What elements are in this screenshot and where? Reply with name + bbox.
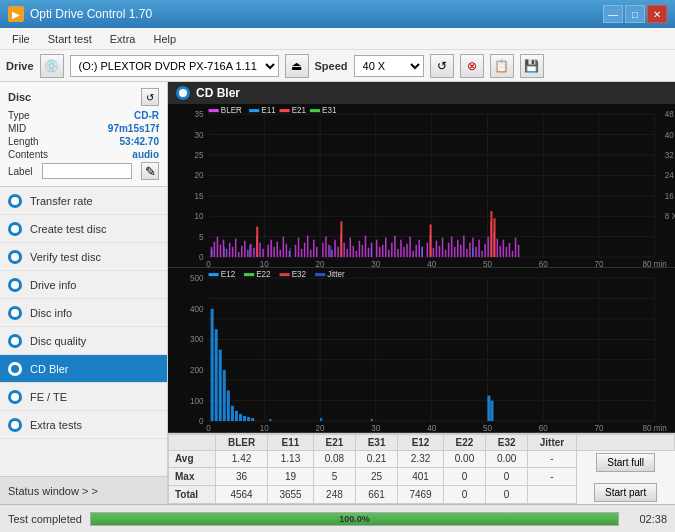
svg-rect-97 [391,243,393,257]
menu-start-test[interactable]: Start test [40,31,100,47]
row-max-e21: 5 [313,468,355,486]
svg-rect-102 [406,244,408,257]
svg-rect-53 [247,250,249,257]
svg-rect-55 [253,248,255,257]
sidebar-item-fe-te[interactable]: FE / TE [0,383,167,411]
svg-text:5: 5 [199,233,204,242]
svg-text:70: 70 [594,260,603,267]
refresh-button[interactable]: ↺ [430,54,454,78]
svg-rect-87 [359,241,361,257]
svg-rect-192 [211,309,214,421]
sidebar-item-disc-info[interactable]: Disc info [0,299,167,327]
label-input[interactable] [42,163,132,179]
svg-rect-118 [457,240,459,257]
speed-select[interactable]: 40 X [354,55,424,77]
chart-area: 35 30 25 20 15 10 5 0 48 X 40 X 32 X [168,104,675,433]
row-total-jitter [528,486,577,504]
svg-rect-206 [487,396,490,422]
svg-rect-90 [368,248,370,257]
status-text: Test completed [8,513,82,525]
nav-icon-transfer-rate [8,194,22,208]
svg-rect-115 [448,243,450,257]
save-button[interactable]: 💾 [520,54,544,78]
svg-rect-203 [269,419,271,421]
menu-help[interactable]: Help [145,31,184,47]
svg-rect-124 [475,247,477,257]
row-max-e12: 401 [398,468,444,486]
row-max-e31: 25 [356,468,398,486]
drive-icon-btn[interactable]: 💿 [40,54,64,78]
svg-rect-202 [251,418,254,421]
svg-text:0: 0 [206,260,211,267]
start-part-button[interactable]: Start part [594,483,657,502]
svg-rect-120 [463,236,465,257]
app-title: Opti Drive Control 1.70 [30,7,152,21]
svg-rect-69 [301,249,303,257]
svg-rect-152 [209,109,219,112]
sidebar-item-extra-tests[interactable]: Extra tests [0,411,167,439]
row-avg-label: Avg [169,450,216,468]
svg-rect-94 [382,245,384,257]
svg-text:70: 70 [594,424,603,431]
erase-button[interactable]: ⊗ [460,54,484,78]
svg-text:E11: E11 [261,106,276,115]
svg-text:30: 30 [371,424,380,431]
svg-rect-96 [388,250,390,257]
menu-extra[interactable]: Extra [102,31,144,47]
svg-rect-50 [238,252,240,257]
svg-text:200: 200 [190,366,204,375]
svg-rect-95 [385,238,387,257]
svg-rect-119 [460,245,462,257]
svg-text:E12: E12 [221,270,236,279]
sidebar-item-transfer-rate[interactable]: Transfer rate [0,187,167,215]
svg-rect-154 [249,109,259,112]
svg-rect-101 [403,247,405,257]
sidebar-item-drive-info[interactable]: Drive info [0,271,167,299]
svg-rect-194 [219,350,222,421]
svg-rect-74 [316,247,318,257]
maximize-button[interactable]: □ [625,5,645,23]
col-header-bler: BLER [215,434,267,450]
status-window-button[interactable]: Status window > > [0,476,167,504]
svg-rect-146 [249,245,250,257]
stats-area: BLER E11 E21 E31 E12 E22 E32 Jitter Avg [168,433,675,505]
disc-refresh-button[interactable]: ↺ [141,88,159,106]
svg-rect-137 [515,238,517,257]
svg-rect-73 [313,240,315,257]
svg-rect-149 [371,249,372,257]
svg-text:35: 35 [194,110,203,119]
svg-rect-67 [295,245,297,257]
label-edit-button[interactable]: ✎ [141,162,159,180]
svg-rect-100 [400,240,402,257]
eject-button[interactable]: ⏏ [285,54,309,78]
sidebar-item-verify-test-disc[interactable]: Verify test disc [0,243,167,271]
svg-rect-127 [484,244,486,257]
svg-rect-200 [243,416,246,421]
sidebar-item-disc-quality[interactable]: Disc quality [0,327,167,355]
svg-rect-72 [310,250,312,257]
svg-text:50: 50 [483,260,492,267]
nav-icon-fe-te [8,390,22,404]
copy-button[interactable]: 📋 [490,54,514,78]
bottom-chart: 500 400 300 200 100 0 0 10 20 30 40 [168,268,675,432]
close-button[interactable]: ✕ [647,5,667,23]
length-value: 53:42.70 [120,136,159,147]
row-avg-e11: 1.13 [268,450,314,468]
menu-file[interactable]: File [4,31,38,47]
svg-text:0: 0 [199,253,204,262]
svg-rect-76 [325,237,327,257]
col-header-jitter: Jitter [528,434,577,450]
mid-value: 97m15s17f [108,123,159,134]
disc-panel: Disc ↺ Type CD-R MID 97m15s17f Length 53… [0,82,167,187]
minimize-button[interactable]: — [603,5,623,23]
sidebar-item-create-test-disc[interactable]: Create test disc [0,215,167,243]
start-full-button[interactable]: Start full [596,453,655,472]
svg-rect-156 [280,109,290,112]
row-total-e22: 0 [443,486,485,504]
drive-select[interactable]: (O:) PLEXTOR DVDR PX-716A 1.11 [70,55,279,77]
row-total-e11: 3655 [268,486,314,504]
app-icon: ▶ [8,6,24,22]
sidebar: Disc ↺ Type CD-R MID 97m15s17f Length 53… [0,82,168,504]
svg-rect-43 [217,237,219,257]
sidebar-item-cd-bler[interactable]: CD Bler [0,355,167,383]
